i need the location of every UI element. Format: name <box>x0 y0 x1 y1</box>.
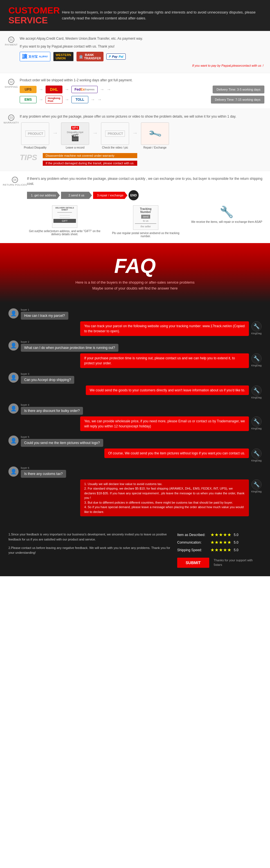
warranty-arrow-2: → <box>92 130 98 136</box>
return-step-label: RETURN POLICES <box>3 183 27 186</box>
western-union-logo: WESTERNUNION <box>53 52 74 61</box>
header-section: CUSTOMER SERVICE Here to remind buyers, … <box>0 0 270 31</box>
review-label-1: Item as Described: <box>177 533 208 537</box>
delivery-time-row1: Delivery Time: 3-5 working days <box>213 86 264 93</box>
submit-button[interactable]: SUBMIT <box>177 558 209 568</box>
answer-bubble-4: Yes, we can provide wholesale price, if … <box>80 416 249 431</box>
payment-text1: We accept Alipay,Credit Card, Western Un… <box>20 36 264 41</box>
buyer-bubble-3: Can you Accept drop shipping? <box>21 376 74 384</box>
tips-title: TIPS <box>20 153 37 162</box>
faq-title: FAQ <box>6 254 264 277</box>
seller-label-6: KingDiag <box>251 490 262 493</box>
review-right: Item as Described: ★★★★★ 5.0 Communicati… <box>177 532 262 568</box>
tips-box-2: If the product damaged during the transi… <box>43 161 137 166</box>
buyer-info-5: buyer 5 Could you send me the item pictu… <box>21 436 103 447</box>
chat-group-3: 👤 buyer 3 Can you Accept drop shipping? … <box>8 373 262 399</box>
buyer-label-1: buyer 1 <box>21 308 68 311</box>
warranty-step-box-2: MP4 Disquality.mp4 🎬 <box>61 122 89 145</box>
seller-avatar-4: 🔧 <box>251 416 262 427</box>
tips-boxes: Disassemble machine not covered under wa… <box>43 153 137 166</box>
warranty-content: If any problem when you got the package,… <box>20 114 270 166</box>
seller-label-2: KingDiag <box>251 364 262 367</box>
buyer-info-2: buyer 2 What can I do when purchase prot… <box>21 340 119 352</box>
buyer-avatar-6: 👤 <box>8 466 19 477</box>
review-score-2: 5.0 <box>234 540 238 545</box>
warranty-step-label-4: Repair / Exchange <box>143 146 167 149</box>
chat-group-2: 👤 buyer 2 What can I do when purchase pr… <box>8 340 262 368</box>
answer-bubble-1: You can track your parcel on the followi… <box>80 321 249 336</box>
buyer-avatar-2: 👤 <box>8 340 19 350</box>
return-step-number: 04 RETURN POLICES <box>3 176 27 186</box>
warranty-step-box-1: PRODUCT <box>21 122 49 145</box>
buyer-avatar-3: 👤 <box>8 373 19 383</box>
warranty-steps: PRODUCT Product Disquality → MP4 Disqual… <box>20 122 264 149</box>
seller-label-3: KingDiag <box>251 396 262 399</box>
review-stars-1: ★★★★★ <box>210 532 232 537</box>
buyer-row-1: 👤 buyer 1 How can I track my parcel? <box>8 308 262 320</box>
buyer-row-5: 👤 buyer 5 Could you send me the item pic… <box>8 436 262 447</box>
return-detail-tracking: Tracking Number send to us the seller Pl… <box>108 206 183 238</box>
warranty-arrow-3: → <box>132 130 138 136</box>
carrier-logos-row1: UPS → DHL → FedExExpress → → <box>20 86 210 93</box>
faq-chat-section: 👤 buyer 1 How can I track my parcel? You… <box>0 303 270 527</box>
faq-subtitle-2: Maybe some of your doubts will find the … <box>6 286 264 291</box>
seller-info-1: 🔧 KingDiag <box>251 321 262 335</box>
tips-box-1: Disassemble machine not covered under wa… <box>43 153 137 158</box>
payment-logos: 讓 支付宝ALIPAY WESTERNUNION 🏦 BANKTRANSFER … <box>20 52 264 61</box>
buyer-avatar-4: 👤 <box>8 403 19 413</box>
answer-bubble-3: We could send the goods to your customer… <box>86 385 249 395</box>
seller-info-2: 🔧 KingDiag <box>251 353 262 367</box>
shipping-step-circle: 02 <box>8 79 14 85</box>
return-section: 04 RETURN POLICES If there's any problem… <box>0 171 270 243</box>
review-left: 1.Since your feedback is very important … <box>8 532 172 555</box>
answer-row-1: You can track your parcel on the followi… <box>8 321 262 336</box>
review-label-3: Shipping Speed: <box>177 548 208 552</box>
review-stars-2: ★★★★★ <box>210 540 232 545</box>
dhl-logo: DHL <box>45 86 62 93</box>
arrow-icon-8: → <box>97 97 102 102</box>
bank-transfer-logo: 🏦 BANKTRANSFER <box>76 52 103 61</box>
arrow-icon-7: → <box>91 97 95 102</box>
return-text: If there's any problem when you receive … <box>27 176 264 186</box>
buyer-info-6: buyer 6 Is there any customs tax? <box>21 466 66 478</box>
seller-avatar-6: 🔧 <box>251 479 262 490</box>
ups-logo: UPS <box>20 86 37 93</box>
shipping-section: 02 SHIPPING Product order will be shippe… <box>0 73 270 109</box>
header-title: CUSTOMER SERVICE <box>8 6 54 25</box>
arrow-icon-2: → <box>65 87 69 92</box>
buyer-bubble-5: Could you send me the item pictures with… <box>21 439 103 447</box>
thanks-text: Thanks for your support with 5stars <box>214 558 262 567</box>
buyer-bubble-4: Is there any discount for bulky order? <box>21 407 83 415</box>
warranty-step-label-2: Leave a record <box>66 146 85 149</box>
seller-avatar-3: 🔧 <box>251 385 262 396</box>
arrow-icon-4: → <box>107 87 111 92</box>
return-step-1: 1. get our address <box>27 192 60 199</box>
warranty-step-number: 03 WARRANTY <box>3 114 20 124</box>
buyer-avatar-1: 👤 <box>8 308 19 318</box>
ems-logo: EMS <box>20 96 37 103</box>
buyer-info-3: buyer 3 Can you Accept drop shipping? <box>21 373 74 384</box>
payment-step-circle: 01 <box>8 37 14 43</box>
chat-group-5: 👤 buyer 5 Could you send me the item pic… <box>8 436 262 462</box>
answer-bubble-5: Of course, We could send you the item pi… <box>104 448 249 458</box>
review-score-1: 5.0 <box>234 533 238 537</box>
answer-row-6: 1. Usually we will declare low value to … <box>8 479 262 517</box>
seller-label-5: KingDiag <box>251 459 262 462</box>
buyer-label-5: buyer 5 <box>21 436 103 438</box>
shipping-content: Product order will be shipped within 1-2… <box>20 78 270 103</box>
answer-row-4: Yes, we can provide wholesale price, if … <box>8 416 262 431</box>
buyer-info-4: buyer 4 Is there any discount for bulky … <box>21 403 83 415</box>
alipay-logo: 讓 支付宝ALIPAY <box>20 52 50 61</box>
header-description: Here to remind buyers, in order to prote… <box>62 9 262 21</box>
faq-subtitle-1: Here is a list of the buyers in the shop… <box>6 280 264 286</box>
seller-avatar-2: 🔧 <box>251 353 262 364</box>
shipping-step-number: 02 SHIPPING <box>3 78 20 88</box>
payment-section: 01 PAYMENT We accept Alipay,Credit Card,… <box>0 31 270 73</box>
arrow-icon-1: → <box>39 87 43 92</box>
return-step-2: 2.send it us <box>61 192 92 199</box>
toll-logo: TOLL <box>71 96 88 103</box>
return-content: If there's any problem when you receive … <box>27 176 270 238</box>
review-row-2: Communication: ★★★★★ 5.0 <box>177 540 262 545</box>
return-detail-text-1: Get out(the seller)return address, and w… <box>27 229 102 236</box>
buyer-bubble-6: Is there any customs tax? <box>21 470 66 478</box>
